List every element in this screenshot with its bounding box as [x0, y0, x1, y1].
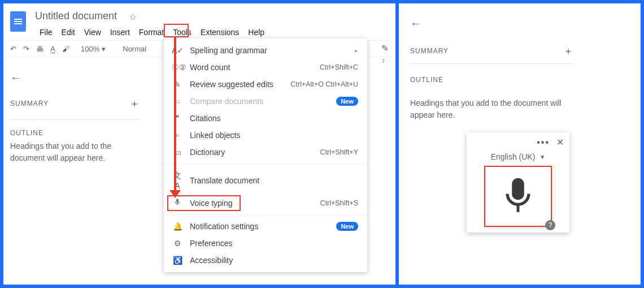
microphone-icon	[172, 198, 183, 208]
divider	[410, 63, 574, 64]
menu-format[interactable]: Format	[134, 26, 168, 38]
document-title[interactable]: Untitled document	[35, 10, 117, 22]
add-summary-icon[interactable]: ＋	[129, 97, 140, 110]
item-shortcut: Ctrl+Shift+C	[320, 63, 358, 71]
outline-empty-text: Headings that you add to the document wi…	[410, 97, 574, 121]
outline-label: OUTLINE	[410, 76, 443, 84]
more-options-icon[interactable]: •••	[537, 137, 550, 148]
language-selector[interactable]: English (UK) ▼	[467, 150, 569, 166]
compare-icon: ⇆	[172, 97, 183, 106]
outline-section-header: OUTLINE	[10, 129, 140, 140]
menu-citations[interactable]: ❞ Citations	[164, 110, 367, 127]
divider	[10, 119, 140, 120]
menubar: File Edit View Insert Format Tools Exten…	[35, 26, 269, 38]
menu-translate-document[interactable]: 文A Translate document	[164, 167, 367, 194]
menu-review-suggested-edits[interactable]: ✎ Review suggested edits Ctrl+Alt+O Ctrl…	[164, 76, 367, 93]
item-label: Dictionary	[190, 148, 225, 157]
outline-empty-text: Headings that you add to the document wi…	[10, 140, 140, 164]
back-arrow-icon[interactable]: ←	[410, 17, 421, 30]
dropdown-caret-icon: ▼	[539, 154, 545, 160]
item-label: Spelling and grammar	[190, 46, 267, 55]
menu-separator	[164, 164, 367, 164]
item-shortcut: Ctrl+Alt+O Ctrl+Alt+U	[291, 80, 358, 88]
item-label: Preferences	[190, 239, 232, 248]
menu-separator	[164, 214, 367, 215]
summary-label: SUMMARY	[10, 100, 49, 108]
menu-preferences[interactable]: ⚙ Preferences	[164, 235, 367, 252]
editing-mode-icon[interactable]: ✎	[381, 43, 389, 54]
undo-icon[interactable]: ↶	[8, 42, 19, 55]
item-label: Review suggested edits	[190, 80, 273, 89]
item-label: Notification settings	[190, 222, 258, 231]
docs-logo-icon	[10, 11, 26, 32]
bell-icon: 🔔	[172, 222, 183, 231]
document-outline-sidebar: ← SUMMARY ＋ OUTLINE Headings that you ad…	[10, 71, 151, 164]
menu-insert[interactable]: Insert	[106, 26, 134, 38]
dictionary-icon: ▭	[172, 148, 183, 157]
back-arrow-icon[interactable]: ←	[10, 71, 21, 84]
menu-help[interactable]: Help	[243, 26, 269, 38]
dropdown-caret-icon: ▾	[102, 45, 106, 53]
print-icon[interactable]: 🖶	[34, 42, 46, 55]
menu-accessibility[interactable]: ♿ Accessibility	[164, 252, 367, 269]
add-summary-icon[interactable]: ＋	[563, 44, 574, 58]
star-icon[interactable]: ☆	[129, 11, 137, 22]
close-icon[interactable]: ✕	[556, 137, 564, 148]
menu-extensions[interactable]: Extensions	[196, 26, 243, 38]
preferences-icon: ⚙	[172, 239, 183, 248]
accessibility-icon: ♿	[172, 256, 183, 265]
item-label: Translate document	[190, 176, 259, 185]
citations-icon: ❞	[172, 114, 183, 123]
translate-icon: 文A	[172, 171, 183, 190]
item-label: Accessibility	[190, 256, 233, 265]
new-badge: New	[336, 222, 358, 231]
word-count-icon: ①②	[172, 63, 183, 72]
linked-objects-icon: ▫	[172, 131, 183, 140]
menu-notification-settings[interactable]: 🔔 Notification settings New	[164, 218, 367, 235]
item-label: Linked objects	[190, 131, 241, 140]
ruler-tick: 7	[382, 58, 385, 64]
menu-linked-objects[interactable]: ▫ Linked objects	[164, 127, 367, 144]
voice-typing-popup: ••• ✕ English (UK) ▼ ?	[467, 132, 569, 233]
voice-typing-result-panel: ← SUMMARY ＋ OUTLINE Headings that you ad…	[399, 3, 641, 285]
outline-label: OUTLINE	[10, 129, 43, 137]
item-label: Compare documents	[190, 97, 263, 106]
redo-icon[interactable]: ↷	[21, 42, 32, 55]
item-label: Voice typing	[190, 199, 233, 208]
microphone-button[interactable]: ?	[484, 166, 552, 227]
menu-voice-typing[interactable]: Voice typing Ctrl+Shift+S	[164, 194, 367, 212]
summary-section-header: SUMMARY ＋	[410, 44, 574, 63]
new-badge: New	[336, 97, 358, 106]
menu-spelling-grammar[interactable]: A✓ Spelling and grammar ▸	[164, 42, 367, 59]
item-label: Word count	[190, 63, 230, 72]
paint-format-icon[interactable]: 🖌	[60, 42, 72, 55]
menu-compare-documents: ⇆ Compare documents New	[164, 93, 367, 110]
menu-word-count[interactable]: ①② Word count Ctrl+Shift+C	[164, 59, 367, 76]
menu-view[interactable]: View	[80, 26, 106, 38]
item-label: Citations	[190, 114, 220, 123]
spellcheck-icon[interactable]: A̲	[48, 42, 58, 55]
menu-dictionary[interactable]: ▭ Dictionary Ctrl+Shift+Y	[164, 144, 367, 161]
summary-section-header: SUMMARY ＋	[10, 97, 140, 116]
microphone-icon	[497, 173, 539, 220]
paragraph-style-selector[interactable]: Normal	[120, 42, 149, 55]
tools-dropdown-menu: A✓ Spelling and grammar ▸ ①② Word count …	[164, 38, 367, 272]
menu-file[interactable]: File	[35, 26, 57, 38]
summary-label: SUMMARY	[410, 47, 449, 55]
zoom-selector[interactable]: 100% ▾	[79, 42, 108, 55]
item-shortcut: Ctrl+Shift+S	[320, 199, 358, 207]
zoom-value: 100%	[81, 45, 99, 53]
item-shortcut: Ctrl+Shift+Y	[320, 148, 358, 156]
help-icon[interactable]: ?	[545, 220, 555, 230]
language-value: English (UK)	[491, 152, 536, 161]
submenu-arrow-icon: ▸	[355, 47, 358, 54]
google-docs-window: Untitled document ☆ File Edit View Inser…	[3, 3, 395, 285]
review-icon: ✎	[172, 80, 183, 89]
menu-edit[interactable]: Edit	[57, 26, 80, 38]
spelling-icon: A✓	[172, 46, 183, 55]
menu-tools[interactable]: Tools	[168, 26, 196, 38]
